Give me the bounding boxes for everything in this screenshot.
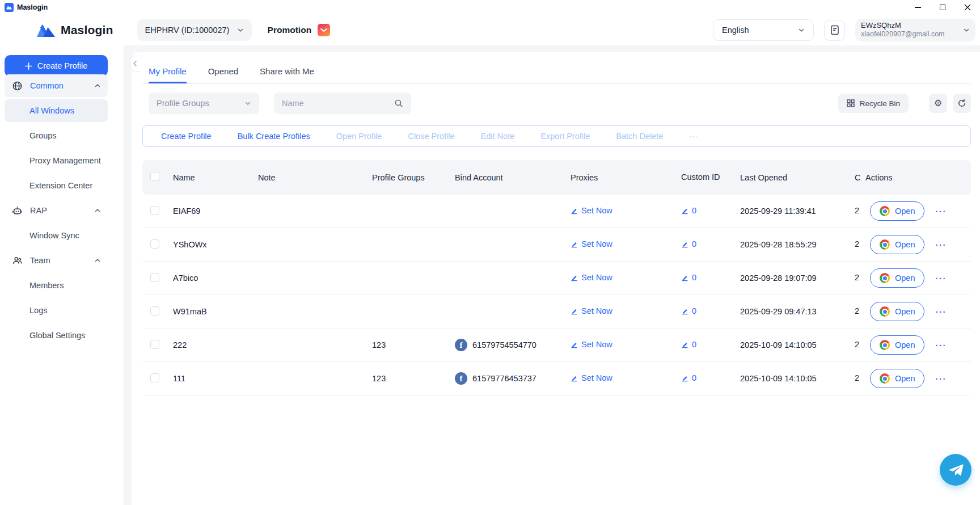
tab-my-profile[interactable]: My Profile <box>149 66 187 83</box>
pencil-icon <box>571 308 578 315</box>
toolbar-action[interactable]: Open Profile <box>336 132 382 141</box>
toolbar-action[interactable]: ··· <box>689 132 698 141</box>
telegram-button[interactable] <box>940 454 971 486</box>
pencil-icon <box>681 341 688 348</box>
sidebar-item-global-settings[interactable]: Global Settings <box>5 324 108 347</box>
column-header-custom-id: Custom ID <box>681 171 740 183</box>
name-search-input[interactable] <box>282 99 394 108</box>
custom-id-link[interactable]: 0 <box>681 273 696 282</box>
custom-id-cell: 0 <box>681 306 740 317</box>
recycle-bin-button[interactable]: Recycle Bin <box>838 94 909 113</box>
sidebar-section-label: Team <box>30 256 50 265</box>
sidebar-section-team[interactable]: Team <box>5 249 108 272</box>
chrome-icon <box>880 239 890 250</box>
row-checkbox[interactable] <box>150 373 159 382</box>
open-profile-button[interactable]: Open <box>870 201 924 221</box>
row-checkbox[interactable] <box>150 273 159 282</box>
search-icon[interactable] <box>394 99 403 108</box>
bind-account-id: 61579754554770 <box>472 340 537 350</box>
user-name: EWzSQhzM <box>861 21 945 30</box>
tab-opened[interactable]: Opened <box>208 66 238 83</box>
set-now-link[interactable]: Set Now <box>571 273 612 282</box>
set-now-link[interactable]: Set Now <box>571 306 612 315</box>
language-selector[interactable]: English <box>713 19 814 41</box>
custom-id-link[interactable]: 0 <box>681 340 696 349</box>
docs-button[interactable] <box>824 20 845 41</box>
header: Maslogin EHPHRV (ID:1000027) Promotion E… <box>0 15 980 45</box>
promotion-link[interactable]: Promotion <box>268 24 331 36</box>
sidebar-item-extension-center[interactable]: Extension Center <box>5 174 108 197</box>
sidebar-collapse-button[interactable] <box>130 56 139 71</box>
profile-tabs: My Profile Opened Share with Me <box>142 52 971 84</box>
set-now-link[interactable]: Set Now <box>571 206 612 215</box>
set-now-link[interactable]: Set Now <box>571 340 612 349</box>
toolbar-action[interactable]: Close Profile <box>408 132 454 141</box>
custom-id-value: 0 <box>692 340 696 349</box>
toolbar-action[interactable]: Batch Delete <box>616 132 663 141</box>
tab-share-with-me[interactable]: Share with Me <box>260 66 314 83</box>
workspace-selector[interactable]: EHPHRV (ID:1000027) <box>137 19 252 41</box>
sidebar-item-all-windows[interactable]: All Windows <box>5 99 108 122</box>
column-header-actions: Actions <box>865 173 971 182</box>
chevron-down-icon <box>244 100 251 107</box>
custom-id-cell: 0 <box>681 340 740 350</box>
custom-id-link[interactable]: 0 <box>681 206 696 215</box>
last-opened-cell: 2025-09-28 19:07:09 <box>740 273 855 283</box>
column-header-bind-account: Bind Account <box>455 173 571 182</box>
close-button[interactable] <box>955 0 980 15</box>
row-checkbox[interactable] <box>150 306 159 315</box>
open-profile-button[interactable]: Open <box>870 369 924 388</box>
row-more-button[interactable]: ··· <box>935 273 947 283</box>
last-opened-cell: 2025-10-09 14:10:05 <box>740 340 855 350</box>
gift-envelope-icon <box>318 24 330 36</box>
profile-name: 111 <box>173 374 258 383</box>
open-profile-button[interactable]: Open <box>870 235 924 254</box>
set-now-link[interactable]: Set Now <box>571 239 612 249</box>
sidebar-section-common[interactable]: Common <box>5 74 108 97</box>
custom-id-link[interactable]: 0 <box>681 306 696 315</box>
custom-id-link[interactable]: 0 <box>681 239 696 249</box>
row-more-button[interactable]: ··· <box>935 307 947 317</box>
row-more-button[interactable]: ··· <box>935 240 947 250</box>
minimize-button[interactable] <box>905 0 930 15</box>
toolbar-action[interactable]: Export Profile <box>540 132 590 141</box>
user-email: xiaofei020907@gmail.com <box>861 30 945 39</box>
refresh-button[interactable] <box>953 94 971 113</box>
custom-id-link[interactable]: 0 <box>681 373 696 382</box>
sidebar-item-groups[interactable]: Groups <box>5 124 108 147</box>
row-checkbox[interactable] <box>150 239 159 249</box>
open-label: Open <box>895 207 915 216</box>
table-row: W91maB f Set Now 0 2025-09-29 09:47:13 2… <box>142 295 971 329</box>
profile-name: A7bico <box>173 273 258 283</box>
sidebar-section-rap[interactable]: RAP <box>5 199 108 222</box>
bind-account-id: 61579776453737 <box>472 374 537 383</box>
header-checkbox[interactable] <box>150 172 159 181</box>
row-checkbox[interactable] <box>150 340 159 349</box>
bind-account-cell: f 61579754554770 <box>455 339 571 351</box>
toolbar-action[interactable]: Create Profile <box>161 132 212 141</box>
row-checkbox[interactable] <box>150 206 159 215</box>
column-header-note: Note <box>258 173 372 182</box>
maximize-button[interactable] <box>930 0 955 15</box>
toolbar-action[interactable]: Edit Note <box>481 132 515 141</box>
row-more-button[interactable]: ··· <box>935 207 947 216</box>
settings-button[interactable]: ⚙ <box>929 94 947 113</box>
sidebar-item-window-sync[interactable]: Window Sync <box>5 224 108 247</box>
open-profile-button[interactable]: Open <box>870 335 924 355</box>
row-more-button[interactable]: ··· <box>935 374 947 384</box>
chevron-up-icon <box>94 207 101 214</box>
open-profile-button[interactable]: Open <box>870 268 924 288</box>
workspace-label: EHPHRV (ID:1000027) <box>145 26 230 35</box>
sidebar-item-proxy-management[interactable]: Proxy Management <box>5 149 108 172</box>
profile-groups-select[interactable]: Profile Groups <box>149 92 259 114</box>
row-more-button[interactable]: ··· <box>935 340 947 350</box>
set-now-link[interactable]: Set Now <box>571 373 612 382</box>
user-menu[interactable]: EWzSQhzM xiaofei020907@gmail.com <box>855 19 975 41</box>
open-profile-button[interactable]: Open <box>870 302 924 321</box>
chrome-icon <box>880 273 890 283</box>
create-profile-button[interactable]: Create Profile <box>5 55 108 77</box>
sidebar-item-logs[interactable]: Logs <box>5 299 108 322</box>
grid-icon <box>847 99 855 107</box>
toolbar-action[interactable]: Bulk Create Profiles <box>238 132 310 141</box>
sidebar-item-members[interactable]: Members <box>5 274 108 297</box>
